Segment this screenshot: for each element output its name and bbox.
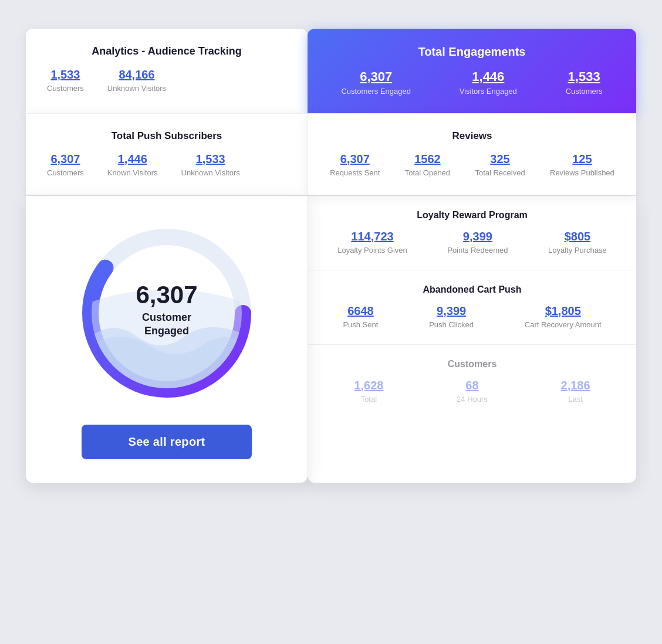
cust-total-value[interactable]: 1,628: [354, 379, 383, 392]
push-customers-label: Customers: [47, 168, 84, 178]
cart-push-clicked-value[interactable]: 9,399: [437, 304, 466, 318]
customers-section: Customers 1,628 Total 68 24 Hours 2,186 …: [308, 345, 636, 419]
analytics-title: Analytics - Audience Tracking: [47, 45, 286, 57]
see-all-report-button[interactable]: See all report: [82, 425, 252, 459]
right-panel: Loyalty Reward Program 114,723 Loyalty P…: [308, 196, 636, 483]
eng-customers2-value[interactable]: 1,533: [568, 69, 600, 84]
middle-row: Total Push Subscribers 6,307 Customers 1…: [26, 113, 636, 195]
push-subscribers-card: Total Push Subscribers 6,307 Customers 1…: [26, 113, 308, 195]
cart-push-sent-label: Push Sent: [343, 320, 378, 330]
reviews-published-value[interactable]: 125: [572, 152, 592, 166]
donut-label: CustomerEngaged: [136, 311, 197, 338]
reviews-opened-stat: 1562 Total Opened: [405, 152, 450, 178]
push-stats: 6,307 Customers 1,446 Known Visitors 1,5…: [47, 152, 286, 178]
push-subscribers-title: Total Push Subscribers: [47, 130, 286, 142]
donut-center: 6,307 CustomerEngaged: [136, 283, 197, 338]
customers-section-title: Customers: [329, 359, 615, 370]
engagements-card: Total Engagements 6,307 Customers Engage…: [308, 29, 636, 113]
customers-value[interactable]: 1,533: [50, 68, 80, 82]
reviews-card: Reviews 6,307 Requests Sent 1562 Total O…: [308, 113, 636, 195]
push-unknown-label: Unknown Visitors: [181, 168, 240, 178]
reviews-received-stat: 325 Total Received: [475, 152, 525, 178]
reviews-requests-label: Requests Sent: [330, 168, 380, 178]
loyalty-redeemed-label: Points Redeemed: [447, 246, 508, 256]
push-known-label: Known Visitors: [107, 168, 158, 178]
loyalty-purchase-label: Loyalty Purchase: [548, 246, 607, 256]
reviews-received-value[interactable]: 325: [490, 152, 509, 166]
cust-last-label: Last: [568, 395, 583, 405]
donut-number: 6,307: [136, 283, 197, 307]
push-unknown-value[interactable]: 1,533: [196, 152, 225, 166]
reviews-published-label: Reviews Published: [550, 168, 614, 178]
loyalty-points-label: Loyalty Points Given: [337, 246, 407, 256]
reviews-requests-value[interactable]: 6,307: [340, 152, 370, 166]
loyalty-purchase-value[interactable]: $805: [565, 230, 591, 243]
loyalty-redeemed-value[interactable]: 9,399: [463, 230, 492, 243]
eng-visitors-stat: 1,446 Visitors Engaged: [460, 69, 517, 97]
loyalty-title: Loyalty Reward Program: [329, 210, 615, 221]
push-customers-value[interactable]: 6,307: [50, 152, 80, 166]
eng-visitors-label: Visitors Engaged: [460, 87, 517, 97]
push-known-stat: 1,446 Known Visitors: [107, 152, 158, 178]
reviews-received-label: Total Received: [475, 168, 525, 178]
bottom-section: 6,307 CustomerEngaged See all report Loy…: [26, 196, 636, 483]
customers-section-stats: 1,628 Total 68 24 Hours 2,186 Last: [329, 379, 615, 405]
cart-push-clicked-stat: 9,399 Push Clicked: [429, 304, 474, 330]
reviews-stats: 6,307 Requests Sent 1562 Total Opened 32…: [329, 152, 615, 178]
cust-24hr-value[interactable]: 68: [465, 379, 478, 392]
cust-total-stat: 1,628 Total: [354, 379, 383, 405]
reviews-title: Reviews: [329, 130, 615, 142]
loyalty-stats: 114,723 Loyalty Points Given 9,399 Point…: [329, 230, 615, 256]
analytics-card: Analytics - Audience Tracking 1,533 Cust…: [26, 29, 308, 113]
eng-visitors-value[interactable]: 1,446: [472, 69, 504, 84]
cust-last-stat: 2,186 Last: [561, 379, 590, 405]
customers-label: Customers: [47, 84, 84, 94]
top-row: Analytics - Audience Tracking 1,533 Cust…: [26, 29, 636, 113]
cust-24hr-stat: 68 24 Hours: [457, 379, 488, 405]
cart-recovery-stat: $1,805 Cart Recovery Amount: [525, 304, 602, 330]
unknown-visitors-value[interactable]: 84,166: [119, 68, 154, 82]
abandoned-cart-title: Abandoned Cart Push: [329, 284, 615, 295]
cart-recovery-value[interactable]: $1,805: [545, 304, 581, 318]
cust-last-value[interactable]: 2,186: [561, 379, 590, 392]
cart-push-sent-value[interactable]: 6648: [347, 304, 374, 318]
eng-customers-label: Customers Engaged: [341, 87, 411, 97]
reviews-opened-value[interactable]: 1562: [414, 152, 441, 166]
reviews-opened-label: Total Opened: [405, 168, 450, 178]
cart-recovery-label: Cart Recovery Amount: [525, 320, 602, 330]
push-unknown-stat: 1,533 Unknown Visitors: [181, 152, 240, 178]
cust-total-label: Total: [361, 395, 377, 405]
customers-stat: 1,533 Customers: [47, 68, 84, 94]
abandoned-cart-stats: 6648 Push Sent 9,399 Push Clicked $1,805…: [329, 304, 615, 330]
loyalty-points-stat: 114,723 Loyalty Points Given: [337, 230, 407, 256]
cust-24hr-label: 24 Hours: [457, 395, 488, 405]
loyalty-section: Loyalty Reward Program 114,723 Loyalty P…: [308, 196, 636, 270]
unknown-visitors-stat: 84,166 Unknown Visitors: [107, 68, 166, 94]
cart-push-clicked-label: Push Clicked: [429, 320, 474, 330]
loyalty-redeemed-stat: 9,399 Points Redeemed: [447, 230, 508, 256]
cart-push-sent-stat: 6648 Push Sent: [343, 304, 378, 330]
unknown-visitors-label: Unknown Visitors: [107, 84, 166, 94]
dashboard: Analytics - Audience Tracking 1,533 Cust…: [26, 29, 636, 615]
eng-customers2-label: Customers: [566, 87, 603, 97]
push-known-value[interactable]: 1,446: [118, 152, 147, 166]
push-customers-stat: 6,307 Customers: [47, 152, 84, 178]
abandoned-cart-section: Abandoned Cart Push 6648 Push Sent 9,399…: [308, 270, 636, 345]
eng-customers-stat: 6,307 Customers Engaged: [341, 69, 411, 97]
eng-customers-value[interactable]: 6,307: [360, 69, 392, 84]
eng-customers2-stat: 1,533 Customers: [566, 69, 603, 97]
engagements-title: Total Engagements: [329, 45, 615, 59]
donut-chart-container: 6,307 CustomerEngaged: [73, 219, 261, 407]
loyalty-points-value[interactable]: 114,723: [351, 230, 393, 243]
reviews-published-stat: 125 Reviews Published: [550, 152, 614, 178]
left-panel: 6,307 CustomerEngaged See all report: [26, 196, 308, 483]
loyalty-purchase-stat: $805 Loyalty Purchase: [548, 230, 607, 256]
reviews-requests-stat: 6,307 Requests Sent: [330, 152, 380, 178]
engagements-stats: 6,307 Customers Engaged 1,446 Visitors E…: [329, 69, 615, 97]
analytics-stats: 1,533 Customers 84,166 Unknown Visitors: [47, 68, 286, 94]
